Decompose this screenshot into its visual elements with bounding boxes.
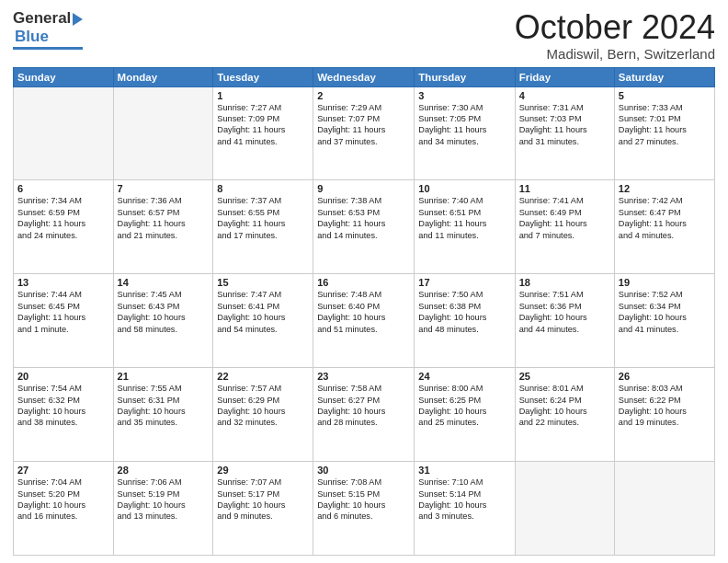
day-number: 5 [619,90,711,101]
calendar-cell: 13Sunrise: 7:44 AMSunset: 6:45 PMDayligh… [14,274,114,368]
cell-line: Sunset: 6:47 PM [619,207,711,218]
cell-line: Sunrise: 7:55 AM [118,383,210,394]
day-number: 4 [519,90,610,101]
cell-line: Sunset: 7:09 PM [217,113,309,124]
cell-line: and 9 minutes. [217,511,309,522]
cell-line: Sunrise: 7:33 AM [619,102,711,113]
cell-line: Sunset: 5:14 PM [418,488,510,500]
cell-line: and 13 minutes. [118,511,210,522]
calendar-cell: 19Sunrise: 7:52 AMSunset: 6:34 PMDayligh… [614,274,714,368]
cell-line: Daylight: 10 hours [619,312,711,323]
cell-line: and 58 minutes. [118,324,210,335]
cell-line: Sunset: 6:36 PM [519,301,610,312]
cell-line: and 21 minutes. [118,230,210,241]
day-number: 20 [17,371,109,382]
cell-line: Sunset: 6:40 PM [317,301,410,312]
calendar-cell: 15Sunrise: 7:47 AMSunset: 6:41 PMDayligh… [213,274,313,368]
calendar-week-row: 1Sunrise: 7:27 AMSunset: 7:09 PMDaylight… [14,86,715,180]
cell-line: and 17 minutes. [217,230,309,241]
cell-line: Sunset: 5:15 PM [317,488,410,500]
cell-line: Sunset: 6:27 PM [317,395,410,406]
cell-line: Sunrise: 7:44 AM [17,289,109,300]
day-number: 21 [118,371,210,382]
cell-line: Sunrise: 7:58 AM [317,383,410,394]
cell-line: and 35 minutes. [118,417,210,428]
cell-line: Sunrise: 7:10 AM [418,477,510,488]
cell-line: Daylight: 10 hours [217,312,309,323]
day-number: 16 [317,277,410,288]
cell-line: Sunset: 6:34 PM [619,301,711,312]
cell-line: Sunset: 6:55 PM [217,207,309,218]
cell-line: Sunset: 5:17 PM [217,488,309,500]
calendar-cell: 8Sunrise: 7:37 AMSunset: 6:55 PMDaylight… [213,180,313,274]
location: Madiswil, Bern, Switzerland [515,46,715,62]
cell-line: Daylight: 10 hours [17,500,109,511]
cell-line: Sunrise: 7:57 AM [217,383,309,394]
calendar-cell: 28Sunrise: 7:06 AMSunset: 5:19 PMDayligh… [113,462,213,556]
header: General Blue October 2024 Madiswil, Bern… [13,9,715,62]
cell-line: Sunrise: 7:27 AM [217,102,309,113]
cell-line: Daylight: 10 hours [418,312,510,323]
cell-line: Daylight: 10 hours [418,406,510,417]
calendar-table: SundayMondayTuesdayWednesdayThursdayFrid… [13,67,715,556]
cell-line: Sunrise: 7:31 AM [519,102,610,113]
calendar-cell: 20Sunrise: 7:54 AMSunset: 6:32 PMDayligh… [14,368,114,462]
cell-line: and 41 minutes. [619,324,711,335]
calendar-container: General Blue October 2024 Madiswil, Bern… [0,0,728,563]
cell-line: Sunrise: 8:03 AM [619,383,711,394]
calendar-cell: 21Sunrise: 7:55 AMSunset: 6:31 PMDayligh… [113,368,213,462]
cell-line: and 27 minutes. [619,136,711,147]
cell-line: Sunset: 6:25 PM [418,395,510,406]
calendar-cell: 11Sunrise: 7:41 AMSunset: 6:49 PMDayligh… [515,180,614,274]
cell-line: Sunset: 6:32 PM [17,395,109,406]
day-number: 2 [317,90,410,101]
calendar-cell: 18Sunrise: 7:51 AMSunset: 6:36 PMDayligh… [515,274,614,368]
calendar-cell: 5Sunrise: 7:33 AMSunset: 7:01 PMDaylight… [614,86,714,180]
day-number: 31 [418,465,510,476]
calendar-cell: 30Sunrise: 7:08 AMSunset: 5:15 PMDayligh… [313,462,415,556]
calendar-cell: 12Sunrise: 7:42 AMSunset: 6:47 PMDayligh… [614,180,714,274]
day-number: 11 [519,183,610,194]
title-block: October 2024 Madiswil, Bern, Switzerland [515,9,715,62]
cell-line: Daylight: 11 hours [217,124,309,135]
cell-line: Sunrise: 7:40 AM [418,195,510,206]
calendar-week-row: 20Sunrise: 7:54 AMSunset: 6:32 PMDayligh… [14,368,715,462]
cell-line: Sunrise: 7:45 AM [118,289,210,300]
weekday-header: Monday [113,67,213,86]
cell-line: Daylight: 11 hours [619,218,711,229]
calendar-cell: 4Sunrise: 7:31 AMSunset: 7:03 PMDaylight… [515,86,614,180]
calendar-cell: 9Sunrise: 7:38 AMSunset: 6:53 PMDaylight… [313,180,415,274]
weekday-header: Friday [515,67,614,86]
cell-line: and 51 minutes. [317,324,410,335]
calendar-cell: 23Sunrise: 7:58 AMSunset: 6:27 PMDayligh… [313,368,415,462]
cell-line: and 31 minutes. [519,136,610,147]
day-number: 13 [17,277,109,288]
cell-line: Sunset: 7:03 PM [519,113,610,124]
day-number: 8 [217,183,309,194]
day-number: 29 [217,465,309,476]
weekday-header: Wednesday [313,67,415,86]
cell-line: Sunset: 5:19 PM [118,488,210,500]
month-title: October 2024 [515,9,715,46]
cell-line: Daylight: 10 hours [418,500,510,511]
cell-line: Sunrise: 7:54 AM [17,383,109,394]
cell-line: and 16 minutes. [17,511,109,522]
calendar-cell [614,462,714,556]
cell-line: Daylight: 10 hours [17,406,109,417]
cell-line: and 48 minutes. [418,324,510,335]
day-number: 24 [418,371,510,382]
cell-line: and 24 minutes. [17,230,109,241]
cell-line: and 6 minutes. [317,511,410,522]
cell-line: Sunset: 6:22 PM [619,395,711,406]
cell-line: and 41 minutes. [217,136,309,147]
calendar-week-row: 13Sunrise: 7:44 AMSunset: 6:45 PMDayligh… [14,274,715,368]
cell-line: and 7 minutes. [519,230,610,241]
calendar-cell [515,462,614,556]
cell-line: Daylight: 11 hours [519,124,610,135]
cell-line: and 4 minutes. [619,230,711,241]
day-number: 28 [118,465,210,476]
cell-line: Daylight: 11 hours [418,218,510,229]
calendar-cell: 26Sunrise: 8:03 AMSunset: 6:22 PMDayligh… [614,368,714,462]
cell-line: Daylight: 10 hours [619,406,711,417]
calendar-cell: 31Sunrise: 7:10 AMSunset: 5:14 PMDayligh… [415,462,515,556]
